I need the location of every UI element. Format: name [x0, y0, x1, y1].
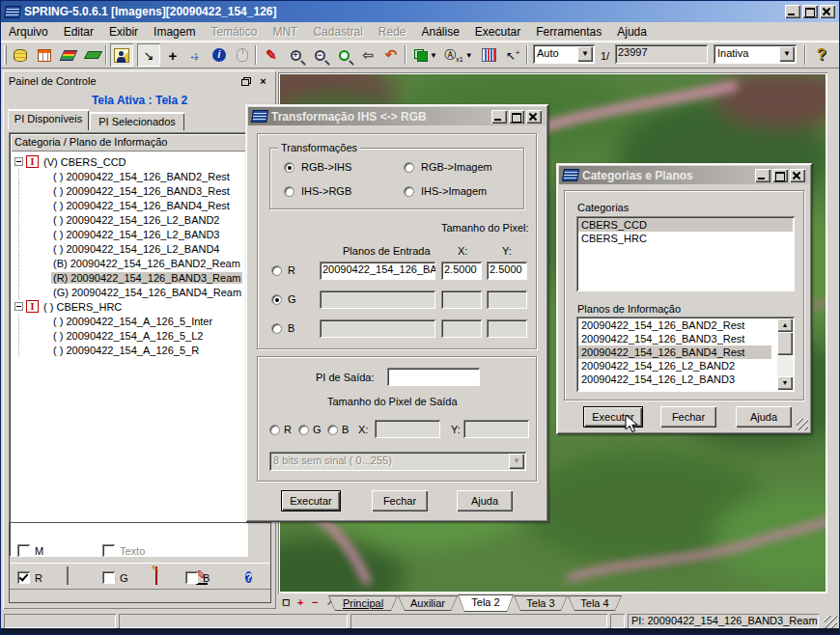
tree-row-selected[interactable]: (R) 20090422_154_126_BAND3_Ream	[11, 270, 246, 285]
help-icon[interactable]: ?	[810, 43, 833, 67]
plus-icon[interactable]: +	[161, 43, 184, 67]
tab-auxiliar[interactable]: Auxiliar	[398, 595, 458, 611]
window-resize-grip[interactable]	[825, 616, 837, 628]
tab-tela-3[interactable]: Tela 3	[514, 595, 568, 611]
planes-scrollbar[interactable]: ▲ ▼	[777, 318, 793, 390]
tree-row[interactable]: ( ) 20090422_154_A_126_5_Inter	[11, 314, 246, 328]
radio-rgb-ihs-label[interactable]: RGB->IHS	[301, 161, 351, 173]
radio-ihs-imagem-label[interactable]: IHS->Imagem	[421, 185, 487, 197]
cat-fechar-button[interactable]: Fechar	[660, 406, 716, 428]
expander-icon[interactable]	[14, 157, 23, 166]
tree-row[interactable]: ( ) 20090422_154_126_L2_BAND4	[11, 241, 246, 256]
list-item[interactable]: 20090422_154_126_L2_BAND3	[578, 373, 771, 386]
checkbox-m[interactable]	[17, 544, 30, 557]
menu-editar[interactable]: Editar	[56, 23, 101, 41]
symbol-scale-icon[interactable]: Ⓐx1▼	[443, 43, 474, 67]
window-tile-icon[interactable]: ◻	[282, 596, 290, 607]
plane-r-field[interactable]: 20090422_154_126_BA	[320, 262, 435, 280]
acquisition-icon[interactable]	[33, 43, 56, 67]
list-item[interactable]: 20090422_154_126_L2_BAND2	[578, 359, 771, 373]
layers-icon[interactable]	[57, 43, 80, 67]
zoom-area-icon[interactable]	[332, 43, 355, 67]
tab-pi-selecionados[interactable]: PI Selecionados	[90, 112, 184, 130]
zoom-out-icon[interactable]: −	[308, 43, 331, 67]
scroll-down-icon[interactable]: ▼	[777, 376, 793, 390]
back-icon[interactable]: ⇦	[356, 43, 379, 67]
pixel-y-b-field[interactable]	[487, 319, 527, 338]
toolbar-handle[interactable]	[4, 45, 7, 65]
pan-icon[interactable]: ↕↔	[184, 43, 208, 67]
overlay-icon[interactable]: ▼	[410, 43, 441, 67]
tree-row[interactable]: ( ) 20090422_154_126_BAND3_Rest	[11, 183, 246, 198]
menu-arquivo[interactable]: Arquivo	[1, 23, 56, 41]
radio-rgb-ihs[interactable]	[284, 162, 294, 173]
band-r-radio[interactable]	[271, 265, 282, 276]
close-button[interactable]	[790, 169, 805, 182]
pi-out-field[interactable]	[387, 368, 480, 386]
fit-corner-icon[interactable]: ↘	[137, 43, 160, 67]
out-x-field[interactable]	[375, 420, 440, 438]
menu-executar[interactable]: Executar	[467, 23, 528, 41]
minimize-button[interactable]	[785, 5, 800, 18]
ihs-executar-button[interactable]: Executar	[281, 490, 341, 511]
maximize-button[interactable]	[509, 110, 524, 124]
tree-row[interactable]: ( ) 20090422_154_A_126_5_L2	[11, 328, 246, 343]
zoom-mode-combo[interactable]: Auto ▼	[533, 44, 595, 64]
radio-ihs-imagem[interactable]	[404, 186, 414, 197]
checkbox-g[interactable]	[102, 571, 115, 584]
cursor-plus-icon[interactable]: ↖+	[501, 43, 524, 67]
panel-close-icon[interactable]: ×	[256, 75, 270, 88]
maximize-button[interactable]	[772, 169, 788, 182]
list-item[interactable]: CBERS_HRC	[578, 232, 793, 245]
pixel-x-g-field[interactable]	[441, 290, 482, 309]
out-g-radio[interactable]	[298, 425, 309, 435]
radio-ihs-rgb-label[interactable]: IHS->RGB	[301, 185, 351, 197]
panel-float-icon[interactable]	[238, 75, 253, 88]
tree-column-header[interactable]: Categoria / Plano de Informação	[11, 134, 246, 152]
checkbox-b[interactable]	[185, 571, 198, 584]
tab-tela-2[interactable]: Tela 2	[458, 594, 514, 612]
plane-b-field[interactable]	[320, 319, 435, 338]
menu-analise[interactable]: Análise	[414, 23, 467, 41]
tree-row[interactable]: ( ) 20090422_154_126_L2_BAND2	[11, 212, 246, 227]
tree-row[interactable]: ( ) 20090422_154_126_BAND4_Rest	[11, 198, 246, 212]
maximize-button[interactable]	[802, 5, 818, 18]
tree-row[interactable]: ( ) 20090422_154_A_126_5_R	[11, 343, 246, 357]
list-item[interactable]: 20090422_154_126_BAND3_Rest	[578, 332, 771, 345]
band-b-radio[interactable]	[271, 323, 282, 334]
erase-icon[interactable]: ✎	[260, 43, 283, 67]
ihs-fechar-button[interactable]: Fechar	[372, 490, 428, 511]
zoom-mode-dropdown[interactable]: ▼	[577, 46, 593, 62]
pixel-y-g-field[interactable]	[487, 290, 527, 309]
minimize-button[interactable]	[491, 110, 507, 124]
tree-row[interactable]: (B) 20090422_154_126_BAND2_Ream	[11, 256, 246, 270]
list-item[interactable]: CBERS_CCD	[578, 218, 793, 232]
plane-g-field[interactable]	[320, 290, 435, 309]
ihs-ajuda-button[interactable]: Ajuda	[457, 490, 513, 511]
polygon-icon[interactable]	[81, 43, 104, 67]
minimize-button[interactable]	[755, 169, 770, 182]
menu-exibir[interactable]: Exibir	[101, 23, 146, 41]
out-r-radio[interactable]	[269, 425, 280, 435]
database-icon[interactable]	[9, 43, 32, 67]
pixel-x-r-field[interactable]: 2.5000	[441, 262, 482, 280]
status-mode-combo[interactable]: Inativa ▼	[714, 44, 797, 64]
menu-ajuda[interactable]: Ajuda	[609, 23, 655, 41]
tree-row-category[interactable]: I( ) CBERS_HRC	[11, 299, 246, 314]
list-item[interactable]: 20090422_154_126_BAND2_Rest	[578, 318, 771, 332]
info-icon[interactable]: i	[208, 43, 231, 67]
expander-icon[interactable]	[14, 302, 23, 311]
person-view-icon[interactable]	[110, 43, 133, 67]
undo-icon[interactable]: ↶	[379, 43, 403, 67]
tab-tela-4[interactable]: Tela 4	[568, 595, 622, 611]
close-button[interactable]	[526, 110, 542, 124]
radio-ihs-rgb[interactable]	[284, 186, 294, 197]
band-g-radio[interactable]	[271, 294, 282, 305]
list-item-selected[interactable]: 20090422_154_126_BAND4_Rest	[578, 345, 771, 359]
tab-principal[interactable]: Principal	[328, 595, 398, 611]
scroll-thumb[interactable]	[777, 332, 793, 355]
zoom-in-icon[interactable]: +	[284, 43, 307, 67]
checkbox-texto[interactable]	[102, 544, 115, 557]
checkbox-r[interactable]	[17, 571, 30, 584]
cat-ajuda-button[interactable]: Ajuda	[736, 406, 792, 428]
